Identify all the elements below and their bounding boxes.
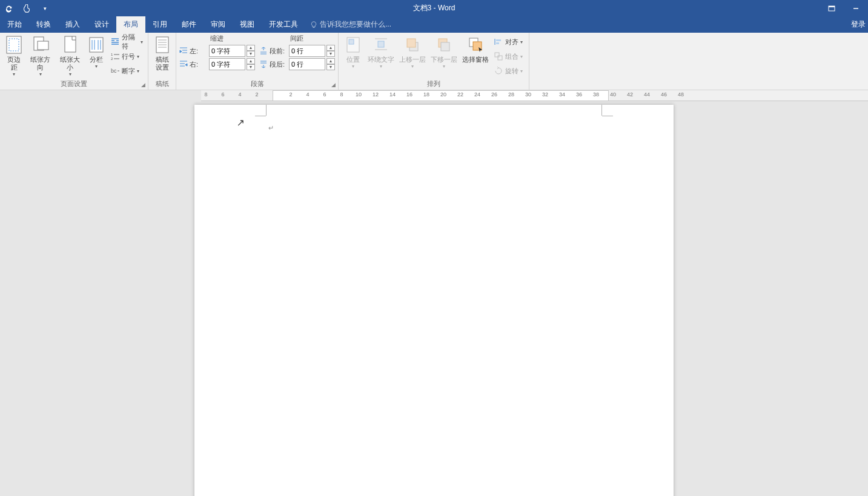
- tab-转换[interactable]: 转换: [29, 16, 58, 33]
- spin-down[interactable]: ▼: [326, 64, 335, 70]
- spin-up[interactable]: ▲: [326, 45, 335, 51]
- tab-开始[interactable]: 开始: [0, 16, 29, 33]
- svg-text:bc: bc: [111, 68, 117, 74]
- tab-插入[interactable]: 插入: [58, 16, 87, 33]
- line-numbers-button[interactable]: 12 行号 ▾: [109, 50, 144, 63]
- tab-引用[interactable]: 引用: [145, 16, 174, 33]
- ribbon: 页边距 ▾ 纸张方向 ▾ 纸张大小 ▾ 分栏: [0, 33, 868, 90]
- chevron-down-icon: ▾: [352, 64, 354, 69]
- window-title: 文档3 - Word: [413, 3, 456, 13]
- margin-guide: [602, 116, 613, 116]
- selection-pane-button[interactable]: 选择窗格: [460, 34, 491, 65]
- chevron-down-icon: ▾: [137, 68, 139, 74]
- bring-forward-button[interactable]: 上移一层 ▾: [397, 34, 428, 70]
- ribbon-display-icon[interactable]: [820, 0, 844, 16]
- spin-down[interactable]: ▼: [247, 51, 255, 57]
- indent-right-input[interactable]: [209, 58, 245, 70]
- group-page-setup: 页边距 ▾ 纸张方向 ▾ 纸张大小 ▾ 分栏: [0, 33, 148, 90]
- send-backward-icon: [434, 35, 454, 55]
- page-size-icon: [61, 35, 80, 55]
- chevron-down-icon: ▾: [13, 71, 15, 77]
- tell-me-placeholder: 告诉我您想要做什么...: [320, 19, 391, 30]
- tab-开发工具[interactable]: 开发工具: [262, 16, 305, 33]
- tab-视图[interactable]: 视图: [233, 16, 262, 33]
- group-objects-button[interactable]: 组合 ▾: [492, 50, 524, 63]
- ruler-tick: 4: [306, 91, 309, 98]
- spacing-before-input[interactable]: [289, 45, 325, 57]
- columns-button[interactable]: 分栏 ▾: [85, 34, 108, 70]
- spacing-after-row: 段后: ▲▼: [259, 58, 335, 71]
- horizontal-ruler[interactable]: 8642246810121416182022242628303234363840…: [201, 90, 868, 101]
- redo-icon[interactable]: [4, 4, 13, 13]
- spacing-before-row: 段前: ▲▼: [259, 44, 335, 58]
- tell-me-search[interactable]: 告诉我您想要做什么...: [305, 19, 391, 30]
- group-arrange: 位置 ▾ 环绕文字 ▾ 上移一层 ▾ 下移一层 ▾ 选择窗格: [339, 33, 529, 90]
- manuscript-settings-button[interactable]: 稿纸 设置: [151, 34, 173, 73]
- ruler-tick: 2: [289, 91, 292, 98]
- ruler-tick: 46: [661, 91, 667, 98]
- tab-邮件[interactable]: 邮件: [174, 16, 204, 33]
- orientation-button[interactable]: 纸张方向 ▾: [26, 34, 56, 78]
- ruler-tick: 48: [678, 91, 684, 98]
- manuscript-icon: [153, 35, 172, 55]
- breaks-button[interactable]: 分隔符 ▾: [109, 35, 144, 48]
- spin-up[interactable]: ▲: [247, 45, 255, 51]
- align-icon: [494, 37, 503, 47]
- chevron-down-icon: ▾: [443, 64, 445, 69]
- ruler-tick: 20: [440, 91, 446, 98]
- paragraph-dialog-launcher[interactable]: ◢: [330, 81, 337, 88]
- svg-rect-39: [495, 53, 499, 57]
- svg-rect-27: [378, 41, 384, 47]
- ruler-tick: 8: [204, 91, 207, 98]
- margins-button[interactable]: 页边距 ▾: [2, 34, 26, 78]
- chevron-down-icon: ▾: [520, 68, 523, 74]
- svg-rect-32: [439, 39, 447, 47]
- sign-in-link[interactable]: 登录: [851, 19, 866, 30]
- tab-审阅[interactable]: 审阅: [204, 16, 233, 33]
- ruler-tick: 38: [593, 91, 599, 98]
- indent-left-input[interactable]: [209, 45, 245, 57]
- tab-布局[interactable]: 布局: [116, 16, 145, 33]
- chevron-down-icon: ▾: [520, 39, 523, 45]
- spin-down[interactable]: ▼: [326, 51, 335, 57]
- hyphenation-button[interactable]: bc 断字 ▾: [109, 64, 144, 78]
- svg-rect-40: [498, 56, 502, 60]
- ruler-tick: 28: [508, 91, 514, 98]
- ruler-tick: 32: [542, 91, 548, 98]
- qat-customize-icon[interactable]: ▾: [40, 4, 50, 13]
- spin-up[interactable]: ▲: [247, 58, 255, 64]
- indent-left-row: 左: ▲▼: [179, 44, 255, 58]
- indent-right-icon: [179, 59, 188, 69]
- send-backward-button[interactable]: 下移一层 ▾: [428, 34, 460, 70]
- spacing-after-input[interactable]: [289, 58, 325, 70]
- quick-access-toolbar: ▾: [0, 4, 50, 13]
- size-button[interactable]: 纸张大小 ▾: [55, 34, 85, 78]
- ruler-tick: 16: [406, 91, 412, 98]
- chevron-down-icon: ▾: [69, 71, 71, 77]
- position-icon: [343, 35, 363, 55]
- chevron-down-icon: ▾: [520, 54, 523, 59]
- page-container: ↵ ↖: [0, 101, 868, 496]
- wrap-text-icon: [371, 35, 391, 55]
- ruler-tick: 34: [559, 91, 565, 98]
- ruler-tick: 6: [221, 91, 224, 98]
- align-button[interactable]: 对齐 ▾: [492, 35, 524, 48]
- minimize-button[interactable]: [844, 0, 868, 16]
- wrap-text-button[interactable]: 环绕文字 ▾: [365, 34, 397, 70]
- margin-guide: [601, 105, 602, 116]
- spin-down[interactable]: ▼: [247, 64, 255, 70]
- svg-text:2: 2: [111, 57, 113, 61]
- page-setup-dialog-launcher[interactable]: ◢: [139, 81, 147, 88]
- svg-rect-37: [496, 39, 501, 41]
- document-page[interactable]: ↵ ↖: [194, 105, 674, 496]
- spacing-after-icon: [259, 59, 268, 69]
- position-button[interactable]: 位置 ▾: [341, 34, 365, 70]
- spin-up[interactable]: ▲: [326, 58, 335, 64]
- rotate-button[interactable]: 旋转 ▾: [492, 64, 524, 78]
- chevron-down-icon: ▾: [141, 39, 143, 45]
- ruler-tick: 36: [576, 91, 582, 98]
- tab-设计[interactable]: 设计: [87, 16, 116, 33]
- svg-rect-38: [496, 42, 499, 44]
- touch-mode-icon[interactable]: [22, 4, 31, 13]
- ribbon-tabs: 开始转换插入设计布局引用邮件审阅视图开发工具 告诉我您想要做什么... 登录: [0, 16, 868, 33]
